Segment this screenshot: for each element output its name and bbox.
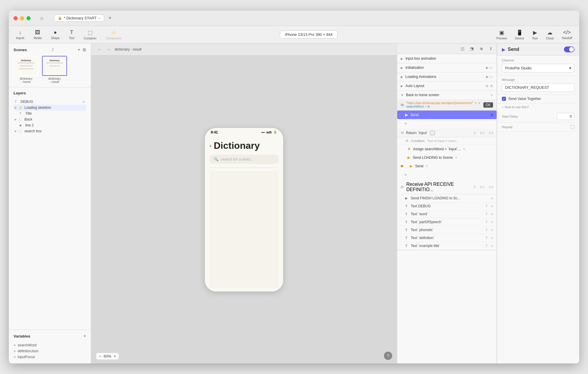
loading-animations-header[interactable]: ▶ Loading Animations ▶ ▷ bbox=[397, 72, 497, 81]
text-phonetic-dot bbox=[491, 229, 493, 231]
add-action-button[interactable]: + bbox=[397, 119, 497, 129]
auto-layout-header[interactable]: ▶ Auto Layout ⊕ ⊕ bbox=[397, 81, 497, 90]
cloud-tool[interactable]: ☁ Cloud bbox=[546, 29, 554, 40]
preview-icon: ▣ bbox=[499, 29, 504, 36]
tab-active[interactable]: 🔒 * Dictionary START × bbox=[54, 14, 104, 22]
send-action-row[interactable]: ▶ Send bbox=[397, 111, 497, 119]
fit-width-icon[interactable]: ◫ bbox=[459, 45, 466, 52]
receive-icon: ⟳ bbox=[401, 185, 404, 189]
text-debug-row[interactable]: T Text DEBUG T bbox=[397, 202, 497, 210]
run-tool[interactable]: ▶ Run bbox=[532, 29, 538, 40]
component-icon: ⚡ bbox=[110, 29, 117, 36]
device-tool[interactable]: 📱 Device bbox=[515, 29, 524, 40]
send-orange-row[interactable]: ▶ Send bbox=[405, 162, 493, 170]
input-box-animation-group: ▶ Input box animation bbox=[397, 54, 497, 63]
layer-loading-label: Loading skeleton bbox=[24, 106, 51, 110]
close-button[interactable] bbox=[14, 16, 18, 20]
scenes-grid-icon[interactable]: ⊞ bbox=[83, 47, 86, 52]
maximize-button[interactable] bbox=[26, 16, 31, 20]
minimize-button[interactable] bbox=[20, 16, 24, 20]
variable-search-word[interactable]: ✕ searchWord bbox=[14, 342, 86, 348]
send-finish-row[interactable]: ▶ Send FINISH LOADING to Sc... bbox=[397, 194, 497, 202]
repeat-checkbox[interactable] bbox=[570, 125, 574, 129]
expand-icon: ▶ bbox=[15, 106, 17, 109]
receive-title: Receive API RECEIVE DEFINITIO... bbox=[406, 182, 472, 192]
message-label: Message bbox=[502, 78, 574, 81]
component-tool[interactable]: ⚡ Component bbox=[106, 29, 121, 40]
container-tool[interactable]: ⬚ Container bbox=[84, 29, 96, 40]
home-icon[interactable]: ⌂ bbox=[38, 14, 46, 22]
props-toggle[interactable] bbox=[564, 46, 574, 52]
scenes-header: Scenes 2 + ⊞ bbox=[14, 47, 86, 52]
back-to-home-header[interactable]: ▼ Back to home screen ∨ bbox=[397, 91, 497, 99]
how-to-link[interactable]: ○ How to use this? bbox=[497, 103, 579, 111]
formula-ok-button[interactable]: OK bbox=[483, 102, 493, 108]
phone-time: 9:41 bbox=[211, 130, 218, 134]
device-selector[interactable]: iPhone 13/13 Pro 390 × 844 bbox=[280, 31, 338, 39]
nav-forward-button[interactable]: → bbox=[105, 46, 112, 53]
return-input-row[interactable]: ⟲ Return `Input` ⬚ 00.20.4 bbox=[397, 129, 497, 137]
variables-section: Variables + ✕ searchWord ✕ defintionJson… bbox=[9, 330, 91, 363]
layer-debug[interactable]: T DEBUG ≋ bbox=[14, 99, 86, 105]
add-action-button-2[interactable]: + bbox=[397, 170, 497, 180]
scene-thumb-result[interactable]: Dictionary dictionary- result bbox=[42, 56, 67, 84]
phone-back-button[interactable]: ‹ bbox=[210, 143, 211, 149]
shape-tool[interactable]: ● Shape bbox=[51, 29, 60, 40]
text-tool[interactable]: T Text bbox=[69, 29, 74, 40]
canvas-nav: ← → dictionary - result bbox=[91, 44, 397, 56]
close-tab-icon[interactable]: × bbox=[98, 16, 100, 20]
text-definition-row[interactable]: T Text `definition` T bbox=[397, 234, 497, 242]
toggle-knob bbox=[569, 47, 574, 52]
send-value-row[interactable]: ✓ Send Value Together bbox=[497, 94, 579, 103]
fit-height-icon[interactable]: ⬔ bbox=[468, 45, 475, 52]
help-button[interactable]: ? bbox=[384, 352, 392, 360]
initialization-header[interactable]: ▶ Initialization ▶ ▷ bbox=[397, 63, 497, 72]
text-pos-row[interactable]: T Text `partOfSpeech` T bbox=[397, 218, 497, 226]
toolbar: ↓ Import 🖼 Media ● Shape T Text ⬚ Contai… bbox=[9, 26, 579, 44]
text-phonetic-row[interactable]: T Text `phonetic` T bbox=[397, 226, 497, 234]
channel-select[interactable]: ProtoPie Studio ▾ bbox=[502, 64, 574, 72]
media-tool[interactable]: 🖼 Media bbox=[34, 29, 41, 40]
scenes-section: Scenes 2 + ⊞ Dictionary bbox=[9, 44, 91, 87]
center-icon[interactable]: ⊕ bbox=[478, 45, 485, 52]
device-icon: 📱 bbox=[516, 29, 523, 36]
new-tab-button[interactable]: + bbox=[106, 15, 113, 22]
layer-line2[interactable]: ■ line 2 bbox=[18, 122, 86, 128]
zoom-out-button[interactable]: − bbox=[99, 354, 101, 358]
layer-search-box[interactable]: ▶ ⬚ search box bbox=[14, 128, 86, 134]
add-scene-icon[interactable]: + bbox=[78, 47, 80, 52]
phone-search-bar[interactable]: 🔍 search for a word... bbox=[210, 155, 278, 164]
nav-back-button[interactable]: ← bbox=[96, 46, 103, 53]
start-delay-input[interactable]: 0 bbox=[557, 113, 574, 120]
variable-input-focus[interactable]: ✕ inputFocus bbox=[14, 354, 86, 360]
preview-tool[interactable]: ▣ Preview bbox=[497, 29, 507, 40]
scene-thumb-home[interactable]: Dictionary dictionary- home bbox=[14, 56, 39, 84]
var-icon-2: ✕ bbox=[14, 350, 16, 353]
frame-icon: ⬚ bbox=[19, 118, 23, 121]
expand-icon[interactable]: ⇕ bbox=[487, 45, 494, 52]
back-icons: ∨ bbox=[490, 93, 493, 97]
text-word-row[interactable]: T Text `word` T bbox=[397, 210, 497, 218]
container-label: Container bbox=[84, 37, 96, 40]
send-loading-row[interactable]: ▶ Send LOADING to Scene bbox=[397, 153, 497, 162]
message-input[interactable]: DICTIONARY_REQUEST bbox=[502, 83, 574, 92]
send-value-checkbox[interactable]: ✓ bbox=[502, 97, 506, 101]
layer-loading-skeleton[interactable]: ▶ ⚡ Loading skeleton bbox=[14, 105, 86, 111]
text-example-row[interactable]: T Text `example title` T bbox=[397, 242, 497, 250]
input-box-animation-header[interactable]: ▶ Input box animation bbox=[397, 54, 497, 63]
import-tool[interactable]: ↓ Import bbox=[16, 29, 24, 40]
zoom-in-button[interactable]: + bbox=[114, 354, 116, 358]
handoff-tool[interactable]: </> Handoff bbox=[562, 29, 572, 40]
layer-title[interactable]: T Title bbox=[18, 111, 86, 116]
variable-definition-json[interactable]: ✕ defintionJson bbox=[14, 348, 86, 354]
scene-home-preview: Dictionary bbox=[14, 56, 39, 76]
layers-header: Layers bbox=[14, 91, 86, 95]
add-variable-icon[interactable]: + bbox=[83, 333, 86, 339]
receive-api-row[interactable]: ⟳ Receive API RECEIVE DEFINITIO... 00.20… bbox=[397, 180, 497, 194]
assign-row[interactable]: ✕ Assign searchWord = `Input`... bbox=[397, 145, 497, 153]
frame-icon-2: ⬚ bbox=[19, 129, 23, 133]
layer-search-label: search box bbox=[24, 129, 42, 133]
condition-row[interactable]: ⚙ Condition Text of Input ≠ searc... bbox=[397, 137, 497, 145]
send-value-label: Send Value Together bbox=[508, 97, 541, 101]
layer-back[interactable]: ▶ ⬚ Back bbox=[14, 116, 86, 122]
